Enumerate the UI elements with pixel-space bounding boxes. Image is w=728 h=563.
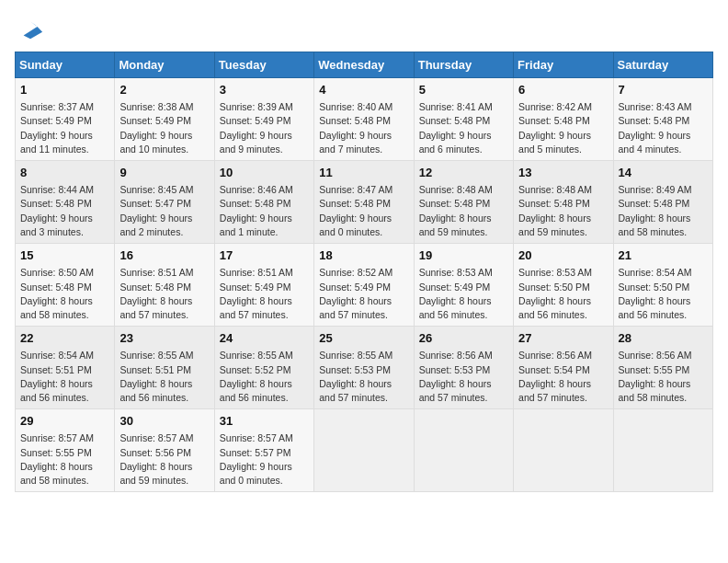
day-info: Sunrise: 8:53 AM Sunset: 5:49 PM Dayligh… [419, 266, 508, 322]
calendar-cell: 23Sunrise: 8:55 AM Sunset: 5:51 PM Dayli… [115, 327, 214, 409]
calendar-cell: 4Sunrise: 8:40 AM Sunset: 5:48 PM Daylig… [314, 78, 414, 161]
calendar-week-1: 1Sunrise: 8:37 AM Sunset: 5:49 PM Daylig… [16, 78, 713, 161]
calendar-cell: 18Sunrise: 8:52 AM Sunset: 5:49 PM Dayli… [314, 244, 414, 327]
day-number: 19 [419, 247, 508, 264]
day-number: 17 [220, 247, 309, 264]
day-info: Sunrise: 8:57 AM Sunset: 5:55 PM Dayligh… [20, 431, 109, 488]
calendar-week-2: 8Sunrise: 8:44 AM Sunset: 5:48 PM Daylig… [16, 161, 713, 244]
day-info: Sunrise: 8:55 AM Sunset: 5:52 PM Dayligh… [220, 349, 309, 405]
calendar-cell: 28Sunrise: 8:56 AM Sunset: 5:55 PM Dayli… [613, 327, 712, 409]
weekday-header-row: SundayMondayTuesdayWednesdayThursdayFrid… [16, 52, 713, 78]
calendar-header: SundayMondayTuesdayWednesdayThursdayFrid… [16, 52, 713, 78]
day-number: 20 [518, 247, 608, 264]
calendar-cell: 19Sunrise: 8:53 AM Sunset: 5:49 PM Dayli… [414, 244, 513, 327]
weekday-header-saturday: Saturday [613, 52, 712, 78]
day-number: 24 [220, 330, 309, 347]
calendar-cell [414, 409, 513, 492]
day-number: 28 [619, 330, 708, 347]
day-info: Sunrise: 8:56 AM Sunset: 5:55 PM Dayligh… [619, 349, 708, 405]
calendar-cell [514, 409, 613, 492]
day-info: Sunrise: 8:43 AM Sunset: 5:48 PM Dayligh… [619, 100, 708, 156]
day-info: Sunrise: 8:57 AM Sunset: 5:56 PM Dayligh… [119, 431, 209, 488]
calendar-cell: 6Sunrise: 8:42 AM Sunset: 5:48 PM Daylig… [514, 78, 613, 161]
weekday-header-tuesday: Tuesday [214, 52, 313, 78]
day-number: 7 [619, 82, 708, 98]
day-number: 5 [419, 82, 508, 98]
day-info: Sunrise: 8:54 AM Sunset: 5:50 PM Dayligh… [619, 266, 708, 322]
day-number: 22 [20, 330, 109, 347]
weekday-header-monday: Monday [115, 52, 214, 78]
day-number: 29 [20, 413, 109, 430]
calendar-cell: 21Sunrise: 8:54 AM Sunset: 5:50 PM Dayli… [613, 244, 712, 327]
day-info: Sunrise: 8:51 AM Sunset: 5:49 PM Dayligh… [220, 266, 309, 322]
calendar-cell: 13Sunrise: 8:48 AM Sunset: 5:48 PM Dayli… [514, 161, 613, 244]
day-info: Sunrise: 8:44 AM Sunset: 5:48 PM Dayligh… [20, 183, 109, 239]
day-number: 30 [119, 413, 209, 430]
day-info: Sunrise: 8:49 AM Sunset: 5:48 PM Dayligh… [619, 183, 708, 239]
calendar-cell: 27Sunrise: 8:56 AM Sunset: 5:54 PM Dayli… [514, 327, 613, 409]
day-info: Sunrise: 8:48 AM Sunset: 5:48 PM Dayligh… [419, 183, 508, 239]
calendar-cell: 10Sunrise: 8:46 AM Sunset: 5:48 PM Dayli… [214, 161, 313, 244]
calendar-cell: 8Sunrise: 8:44 AM Sunset: 5:48 PM Daylig… [16, 161, 115, 244]
day-info: Sunrise: 8:47 AM Sunset: 5:48 PM Dayligh… [319, 183, 408, 239]
day-info: Sunrise: 8:37 AM Sunset: 5:49 PM Dayligh… [20, 100, 109, 156]
calendar-cell: 7Sunrise: 8:43 AM Sunset: 5:48 PM Daylig… [613, 78, 712, 161]
day-info: Sunrise: 8:57 AM Sunset: 5:57 PM Dayligh… [220, 431, 309, 488]
day-info: Sunrise: 8:52 AM Sunset: 5:49 PM Dayligh… [319, 266, 408, 322]
calendar-body: 1Sunrise: 8:37 AM Sunset: 5:49 PM Daylig… [16, 78, 713, 492]
day-info: Sunrise: 8:40 AM Sunset: 5:48 PM Dayligh… [319, 100, 408, 156]
day-number: 8 [20, 165, 109, 181]
logo-icon [18, 15, 44, 40]
calendar-cell: 11Sunrise: 8:47 AM Sunset: 5:48 PM Dayli… [314, 161, 414, 244]
calendar-week-4: 22Sunrise: 8:54 AM Sunset: 5:51 PM Dayli… [16, 327, 713, 409]
calendar-week-5: 29Sunrise: 8:57 AM Sunset: 5:55 PM Dayli… [16, 409, 713, 492]
day-number: 14 [619, 165, 708, 181]
day-info: Sunrise: 8:42 AM Sunset: 5:48 PM Dayligh… [518, 100, 608, 156]
day-number: 31 [220, 413, 309, 430]
day-info: Sunrise: 8:53 AM Sunset: 5:50 PM Dayligh… [518, 266, 608, 322]
logo [15, 15, 44, 40]
calendar-cell [613, 409, 712, 492]
calendar-cell: 5Sunrise: 8:41 AM Sunset: 5:48 PM Daylig… [414, 78, 513, 161]
day-info: Sunrise: 8:55 AM Sunset: 5:53 PM Dayligh… [319, 349, 408, 405]
day-info: Sunrise: 8:56 AM Sunset: 5:53 PM Dayligh… [419, 349, 508, 405]
day-info: Sunrise: 8:39 AM Sunset: 5:49 PM Dayligh… [220, 100, 309, 156]
day-info: Sunrise: 8:51 AM Sunset: 5:48 PM Dayligh… [119, 266, 209, 322]
day-info: Sunrise: 8:45 AM Sunset: 5:47 PM Dayligh… [119, 183, 209, 239]
day-number: 1 [20, 82, 109, 98]
calendar-cell: 22Sunrise: 8:54 AM Sunset: 5:51 PM Dayli… [16, 327, 115, 409]
day-number: 9 [119, 165, 209, 181]
day-number: 23 [119, 330, 209, 347]
day-number: 25 [319, 330, 408, 347]
day-number: 21 [619, 247, 708, 264]
calendar-cell: 15Sunrise: 8:50 AM Sunset: 5:48 PM Dayli… [16, 244, 115, 327]
day-number: 3 [220, 82, 309, 98]
day-number: 18 [319, 247, 408, 264]
day-number: 12 [419, 165, 508, 181]
calendar-cell: 2Sunrise: 8:38 AM Sunset: 5:49 PM Daylig… [115, 78, 214, 161]
day-info: Sunrise: 8:55 AM Sunset: 5:51 PM Dayligh… [119, 349, 209, 405]
calendar-cell: 26Sunrise: 8:56 AM Sunset: 5:53 PM Dayli… [414, 327, 513, 409]
weekday-header-thursday: Thursday [414, 52, 513, 78]
weekday-header-sunday: Sunday [16, 52, 115, 78]
weekday-header-friday: Friday [514, 52, 613, 78]
calendar-cell: 31Sunrise: 8:57 AM Sunset: 5:57 PM Dayli… [214, 409, 313, 492]
calendar-cell [314, 409, 414, 492]
calendar-cell: 30Sunrise: 8:57 AM Sunset: 5:56 PM Dayli… [115, 409, 214, 492]
day-info: Sunrise: 8:41 AM Sunset: 5:48 PM Dayligh… [419, 100, 508, 156]
calendar-cell: 3Sunrise: 8:39 AM Sunset: 5:49 PM Daylig… [214, 78, 313, 161]
day-info: Sunrise: 8:56 AM Sunset: 5:54 PM Dayligh… [518, 349, 608, 405]
day-info: Sunrise: 8:38 AM Sunset: 5:49 PM Dayligh… [119, 100, 209, 156]
calendar-cell: 20Sunrise: 8:53 AM Sunset: 5:50 PM Dayli… [514, 244, 613, 327]
calendar-cell: 25Sunrise: 8:55 AM Sunset: 5:53 PM Dayli… [314, 327, 414, 409]
calendar-cell: 1Sunrise: 8:37 AM Sunset: 5:49 PM Daylig… [16, 78, 115, 161]
calendar-cell: 12Sunrise: 8:48 AM Sunset: 5:48 PM Dayli… [414, 161, 513, 244]
day-info: Sunrise: 8:46 AM Sunset: 5:48 PM Dayligh… [220, 183, 309, 239]
calendar-table: SundayMondayTuesdayWednesdayThursdayFrid… [15, 52, 713, 492]
page-header [15, 15, 713, 40]
day-number: 2 [119, 82, 209, 98]
day-number: 15 [20, 247, 109, 264]
day-number: 26 [419, 330, 508, 347]
day-number: 27 [518, 330, 608, 347]
calendar-cell: 29Sunrise: 8:57 AM Sunset: 5:55 PM Dayli… [16, 409, 115, 492]
